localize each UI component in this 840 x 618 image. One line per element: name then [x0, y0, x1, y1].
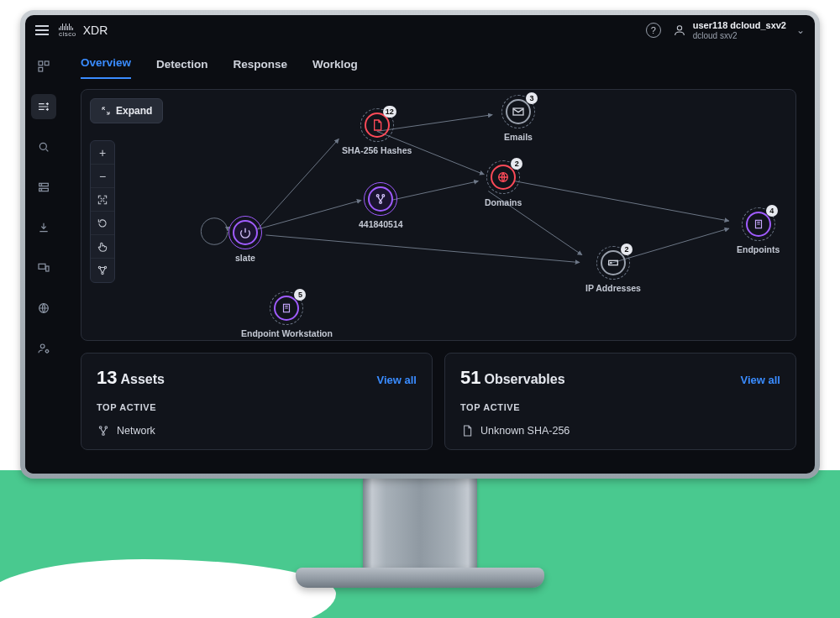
graph-toolbox: + −: [90, 140, 115, 283]
svg-point-21: [380, 202, 382, 204]
endpoint-icon: [753, 218, 764, 230]
help-icon[interactable]: ?: [646, 23, 661, 38]
assets-title: 13Assets: [97, 367, 165, 389]
node-domains[interactable]: 2 Domains: [485, 160, 522, 207]
left-rail: [25, 45, 62, 474]
rail-globe-icon[interactable]: [31, 296, 56, 321]
workstation-icon: [281, 302, 292, 314]
mail-icon: [512, 105, 525, 118]
rail-user-settings-icon[interactable]: [31, 336, 56, 361]
svg-rect-1: [39, 61, 43, 65]
svg-point-15: [104, 266, 106, 268]
globe-icon: [496, 170, 510, 184]
assets-view-all[interactable]: View all: [377, 374, 417, 386]
node-endpoint-workstation[interactable]: 5 Endpoint Workstation: [241, 291, 333, 338]
monitor-frame: cisco XDR ? user118 dcloud_sxv2 dcloud s…: [20, 10, 820, 479]
network-icon: [97, 424, 110, 437]
zoom-out-icon[interactable]: −: [91, 165, 114, 188]
node-endpoints[interactable]: 4 Endpoints: [737, 207, 780, 254]
svg-point-16: [102, 272, 103, 274]
user-icon: [673, 24, 686, 37]
svg-point-0: [677, 26, 681, 30]
zoom-in-icon[interactable]: +: [91, 141, 114, 165]
expand-icon: [101, 106, 111, 116]
svg-rect-6: [39, 188, 49, 191]
chevron-down-icon: ⌄: [796, 24, 805, 36]
obs-view-all[interactable]: View all: [741, 374, 780, 386]
top-bar: cisco XDR ? user118 dcloud_sxv2 dcloud s…: [25, 15, 815, 45]
assets-subhead: TOP ACTIVE: [97, 402, 417, 412]
svg-point-12: [40, 344, 45, 348]
node-process[interactable]: 441840514: [359, 182, 403, 229]
node-slate[interactable]: slate: [228, 216, 262, 263]
layout-icon[interactable]: [91, 259, 114, 282]
graph-panel: Expand + −: [81, 89, 796, 341]
ip-icon: [606, 256, 620, 270]
menu-icon[interactable]: [35, 25, 49, 35]
pan-icon[interactable]: [91, 235, 114, 259]
card-observables: 51Observables View all TOP ACTIVE Unknow…: [444, 353, 796, 450]
rail-devices-icon[interactable]: [31, 255, 56, 280]
svg-rect-5: [39, 183, 49, 186]
node-sha256[interactable]: 12 SHA-256 Hashes: [342, 108, 412, 155]
node-emails[interactable]: 3 Emails: [501, 95, 535, 142]
product-name: XDR: [83, 24, 108, 37]
app-screen: cisco XDR ? user118 dcloud_sxv2 dcloud s…: [25, 15, 815, 474]
file-icon: [460, 424, 474, 437]
obs-subhead: TOP ACTIVE: [460, 402, 780, 412]
svg-rect-10: [46, 266, 49, 271]
tab-detection[interactable]: Detection: [156, 58, 208, 79]
tab-overview[interactable]: Overview: [81, 56, 131, 79]
file-icon: [370, 118, 384, 132]
rail-server-icon[interactable]: [31, 175, 56, 200]
svg-rect-2: [45, 61, 49, 65]
obs-row[interactable]: Unknown SHA-256: [460, 424, 780, 437]
tab-worklog[interactable]: Worklog: [312, 58, 358, 79]
svg-point-4: [39, 143, 46, 149]
assets-row[interactable]: Network: [97, 424, 417, 437]
obs-title: 51Observables: [460, 367, 565, 389]
tab-bar: Overview Detection Response Worklog: [81, 45, 796, 79]
svg-point-8: [41, 190, 42, 191]
svg-point-27: [105, 427, 108, 429]
rail-dashboard-icon[interactable]: [31, 54, 56, 79]
branch-icon: [374, 192, 387, 206]
svg-point-14: [98, 266, 100, 268]
rail-download-icon[interactable]: [31, 215, 56, 240]
svg-rect-3: [39, 67, 43, 71]
node-ips[interactable]: 2 IP Addresses: [585, 246, 641, 293]
svg-point-19: [377, 195, 380, 197]
fit-icon[interactable]: [91, 188, 114, 212]
svg-point-13: [45, 350, 48, 353]
tab-response[interactable]: Response: [234, 58, 288, 79]
svg-point-7: [41, 185, 42, 186]
rail-search-icon[interactable]: [31, 134, 56, 160]
svg-point-28: [102, 433, 105, 436]
power-icon: [239, 226, 252, 239]
vendor-logo: cisco: [59, 23, 76, 38]
svg-point-26: [99, 427, 102, 429]
user-menu[interactable]: user118 dcloud_sxv2 dcloud sxv2 ⌄: [673, 20, 805, 39]
svg-point-23: [611, 262, 612, 263]
svg-point-20: [382, 195, 385, 197]
user-line1: user118 dcloud_sxv2: [693, 20, 786, 30]
svg-rect-9: [39, 264, 45, 269]
rail-flow-icon[interactable]: [31, 94, 56, 119]
expand-button[interactable]: Expand: [90, 98, 163, 123]
card-assets: 13Assets View all TOP ACTIVE Network: [81, 353, 433, 450]
user-line2: dcloud sxv2: [693, 31, 786, 40]
reset-icon[interactable]: [91, 212, 114, 235]
summary-cards: 13Assets View all TOP ACTIVE Network: [81, 353, 796, 450]
graph-edges: [81, 90, 795, 339]
